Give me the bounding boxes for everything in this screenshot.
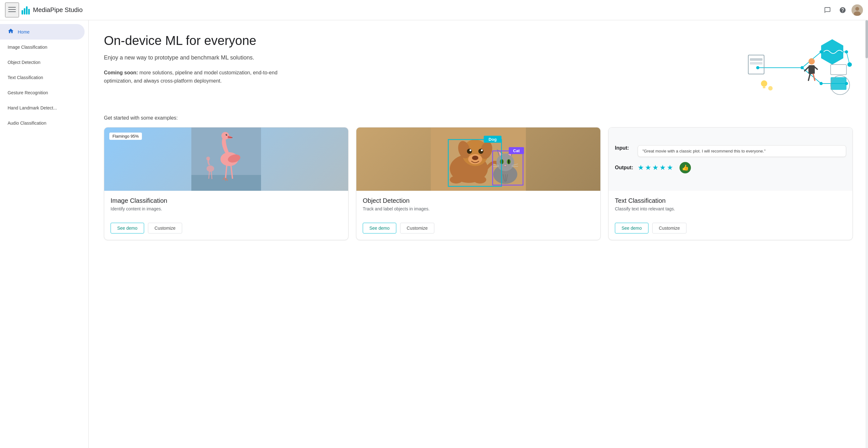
sidebar-item-text-classification-label: Text Classification	[8, 75, 43, 80]
sidebar-item-audio-classification[interactable]: Audio Classification	[0, 115, 85, 131]
svg-point-23	[808, 58, 815, 65]
sidebar-item-audio-classification-label: Audio Classification	[8, 120, 46, 126]
home-icon	[8, 28, 14, 36]
svg-rect-22	[831, 65, 846, 75]
sidebar-item-gesture-recognition[interactable]: Gesture Recognition	[0, 85, 85, 100]
text-classification-see-demo-button[interactable]: See demo	[615, 223, 648, 234]
svg-point-11	[756, 66, 760, 69]
svg-line-46	[209, 171, 209, 179]
object-detection-see-demo-button[interactable]: See demo	[363, 223, 396, 234]
svg-point-12	[801, 66, 804, 69]
help-button[interactable]	[836, 4, 849, 16]
app-logo[interactable]: MediaPipe Studio	[22, 6, 83, 14]
star-3: ★	[652, 164, 659, 172]
svg-point-39	[226, 134, 227, 136]
svg-point-38	[221, 132, 229, 140]
svg-rect-2	[8, 11, 16, 12]
flamingo-label: Flamingo 95%	[109, 133, 142, 140]
illustration-svg	[739, 33, 853, 103]
thumbs-up-icon: 👍	[680, 162, 691, 173]
svg-point-31	[768, 86, 773, 91]
hero-section: On-device ML for everyone Enjoy a new wa…	[104, 33, 853, 103]
card-object-detection-desc: Track and label objects in images.	[363, 206, 594, 211]
sidebar-item-text-classification[interactable]: Text Classification	[0, 70, 85, 85]
svg-line-25	[805, 67, 808, 71]
svg-point-70	[508, 160, 509, 164]
coming-soon-label: Coming soon:	[104, 70, 138, 75]
sidebar-item-image-classification[interactable]: Image Classification	[0, 39, 85, 55]
header-actions	[821, 4, 863, 16]
card-image-classification-title: Image Classification	[111, 197, 342, 204]
svg-point-62	[496, 153, 514, 171]
text-class-output-row: Output: ★ ★ ★ ★ ★ 👍	[615, 162, 846, 173]
card-text-classification-body: Text Classification Classify text into r…	[609, 191, 852, 223]
card-text-classification: Input: "Great movie with a classic plot.…	[608, 127, 853, 240]
svg-line-34	[846, 52, 849, 65]
card-image-classification-body: Image Classification Identify content in…	[104, 191, 348, 223]
svg-point-45	[206, 157, 210, 161]
svg-point-4	[855, 7, 859, 11]
scrollbar-track[interactable]	[865, 20, 868, 448]
sidebar-item-object-detection-label: Object Detection	[8, 60, 40, 65]
hero-subtitle: Enjoy a new way to prototype and benchma…	[104, 55, 294, 61]
svg-point-29	[761, 80, 767, 87]
card-text-classification-image: Input: "Great movie with a classic plot.…	[609, 128, 852, 191]
card-text-classification-desc: Classify text into relevant tags.	[615, 206, 846, 211]
svg-point-57	[469, 149, 471, 151]
card-object-detection-actions: See demo Customize	[356, 223, 600, 240]
star-rating: ★ ★ ★ ★ ★	[638, 164, 673, 172]
star-4: ★	[659, 164, 666, 172]
sidebar-item-home-label: Home	[18, 29, 29, 34]
card-text-classification-actions: See demo Customize	[609, 223, 852, 240]
sidebar-item-object-detection[interactable]: Object Detection	[0, 55, 85, 70]
hamburger-menu-button[interactable]	[5, 3, 19, 18]
svg-line-28	[813, 74, 815, 80]
main-content: On-device ML for everyone Enjoy a new wa…	[89, 20, 868, 448]
text-class-input-row: Input: "Great movie with a classic plot.…	[615, 145, 846, 157]
user-avatar[interactable]	[851, 4, 863, 16]
card-object-detection: Dog Cat Object Detection Track and label…	[356, 127, 601, 240]
image-classification-see-demo-button[interactable]: See demo	[111, 223, 144, 234]
image-classification-customize-button[interactable]: Customize	[148, 223, 182, 234]
sidebar-item-hand-landmark-label: Hand Landmark Detect...	[8, 105, 57, 110]
hero-text: On-device ML for everyone Enjoy a new wa…	[104, 33, 294, 85]
svg-point-44	[207, 166, 214, 172]
sidebar: Home Image Classification Object Detecti…	[0, 20, 89, 448]
svg-rect-30	[763, 87, 765, 88]
card-image-classification-image: Flamingo 95%	[104, 128, 348, 191]
card-image-classification: Flamingo 95%	[104, 127, 348, 240]
hero-title: On-device ML for everyone	[104, 33, 294, 48]
hero-illustration	[739, 33, 853, 103]
sidebar-item-home[interactable]: Home	[0, 24, 85, 39]
svg-point-14	[819, 82, 823, 85]
sidebar-item-gesture-recognition-label: Gesture Recognition	[8, 90, 48, 95]
svg-rect-1	[8, 9, 16, 10]
svg-point-54	[472, 156, 478, 160]
star-1: ★	[638, 164, 644, 172]
svg-point-40	[226, 134, 227, 135]
object-detection-customize-button[interactable]: Customize	[400, 223, 434, 234]
feedback-button[interactable]	[821, 4, 834, 16]
card-image-classification-actions: See demo Customize	[104, 223, 348, 240]
svg-rect-19	[750, 58, 763, 61]
app-header: MediaPipe Studio	[0, 0, 868, 20]
object-detection-illustration: Dog Cat	[431, 128, 526, 191]
text-input-label: Input:	[615, 145, 634, 151]
scrollbar-thumb[interactable]	[865, 20, 868, 58]
svg-rect-0	[8, 7, 16, 8]
svg-rect-24	[808, 65, 815, 74]
card-object-detection-body: Object Detection Track and label objects…	[356, 191, 600, 223]
sidebar-item-hand-landmark[interactable]: Hand Landmark Detect...	[0, 100, 85, 115]
svg-line-27	[808, 74, 810, 80]
sidebar-item-image-classification-label: Image Classification	[8, 45, 47, 50]
text-output-label: Output:	[615, 165, 634, 171]
cards-grid: Flamingo 95%	[104, 127, 853, 240]
svg-point-58	[481, 149, 483, 151]
svg-line-47	[211, 171, 212, 179]
app-layout: Home Image Classification Object Detecti…	[0, 0, 868, 448]
card-object-detection-image: Dog Cat	[356, 128, 600, 191]
text-classification-customize-button[interactable]: Customize	[652, 223, 686, 234]
logo-icon	[22, 6, 30, 14]
examples-section: Get started with some examples: Flamingo…	[104, 115, 853, 240]
text-input-bubble: "Great movie with a classic plot. I will…	[638, 145, 846, 157]
